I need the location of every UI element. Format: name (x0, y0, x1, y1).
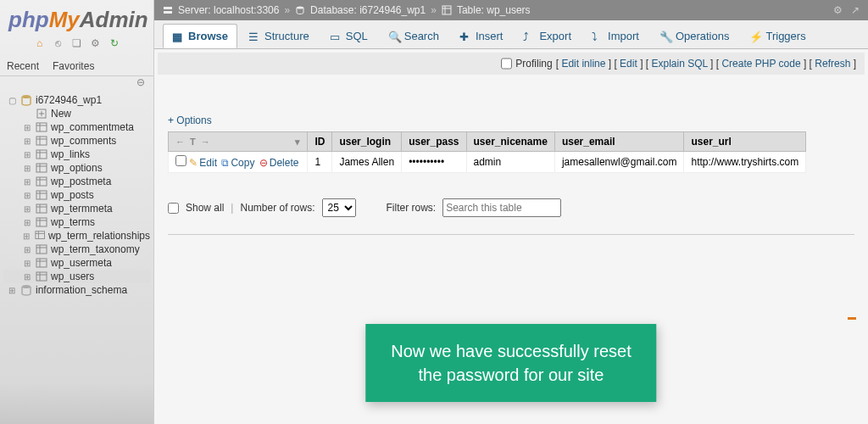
cell-nicename: admin (466, 152, 554, 173)
table-icon (36, 243, 47, 255)
chevron-down-icon[interactable]: ▾ (295, 137, 300, 148)
crumb-table[interactable]: Table: wp_users (457, 4, 531, 16)
row-checkbox[interactable] (175, 155, 186, 166)
tree-info-schema[interactable]: ⊞ information_schema (3, 283, 150, 297)
tab-label: Structure (264, 30, 309, 42)
structure-icon: ☰ (248, 31, 260, 42)
tree-table-wp-commentmeta[interactable]: ⊞wp_commentmeta (3, 120, 150, 134)
show-all-checkbox[interactable] (168, 203, 179, 214)
rows-select[interactable]: 25 (322, 198, 356, 217)
col-email[interactable]: user_email (554, 132, 684, 152)
edit-link[interactable]: Edit (199, 157, 217, 169)
cell-id: 1 (308, 152, 332, 173)
filter-input[interactable] (442, 198, 561, 217)
profiling-link-refresh[interactable]: Refresh (815, 58, 850, 70)
profiling-checkbox[interactable] (501, 58, 512, 70)
profiling-link-explain-sql[interactable]: Explain SQL (651, 58, 707, 70)
options-link[interactable]: + Options (168, 114, 212, 126)
sort-header[interactable]: ← T → ▾ (169, 132, 308, 152)
copy-link[interactable]: Copy (231, 157, 254, 169)
delete-icon: ⊖ (259, 157, 268, 169)
col-login[interactable]: user_login (332, 132, 402, 152)
plus-icon[interactable]: ⊞ (22, 191, 32, 200)
tree-table-wp-term-taxonomy[interactable]: ⊞wp_term_taxonomy (3, 243, 150, 256)
export-icon: ⤴ (523, 31, 535, 42)
tab-structure[interactable]: ☰Structure (239, 24, 319, 48)
plus-icon[interactable]: ⊞ (22, 245, 32, 254)
col-nicename[interactable]: user_nicename (466, 132, 554, 152)
docs-icon[interactable]: ❏ (70, 36, 84, 50)
tree-table-wp-users[interactable]: ⊞wp_users (3, 270, 150, 283)
profiling-link-edit-inline[interactable]: Edit inline (561, 58, 605, 70)
settings-icon[interactable]: ⚙ (89, 36, 103, 50)
tree-table-label: wp_postmeta (51, 176, 111, 187)
search-icon: 🔍 (388, 31, 400, 42)
plus-icon[interactable]: ⊞ (22, 204, 32, 214)
arrow-left-icon[interactable]: ← (175, 137, 185, 147)
profiling-link-create-php-code[interactable]: Create PHP code (721, 58, 800, 70)
tree-table-wp-comments[interactable]: ⊞wp_comments (3, 134, 150, 148)
svg-rect-13 (36, 164, 47, 172)
crumb-database[interactable]: Database: i6724946_wp1 (310, 4, 426, 16)
sidebar-tab-recent[interactable]: Recent (0, 57, 46, 75)
expand-icon[interactable]: ↗ (851, 4, 860, 16)
arrow-right-icon[interactable]: → (201, 137, 210, 147)
col-id[interactable]: ID (308, 132, 332, 152)
logout-icon[interactable]: ⎋ (52, 36, 65, 50)
tab-triggers[interactable]: ⚡Triggers (740, 24, 815, 48)
col-url[interactable]: user_url (684, 132, 806, 152)
tab-insert[interactable]: ✚Insert (450, 24, 513, 48)
sidebar-tab-favorites[interactable]: Favorites (46, 57, 101, 75)
tree-table-wp-posts[interactable]: ⊞wp_posts (3, 188, 150, 202)
plus-icon[interactable]: ⊞ (22, 177, 32, 187)
collapse-icon[interactable]: ⊖ (0, 76, 153, 88)
sort-toggle-icon[interactable]: T (190, 137, 196, 147)
svg-rect-37 (36, 272, 47, 281)
plus-icon[interactable]: ⊞ (22, 218, 32, 227)
plus-icon[interactable]: ⊞ (22, 232, 31, 241)
pager: Show all | Number of rows: 25 Filter row… (168, 198, 854, 217)
tree-table-wp-postmeta[interactable]: ⊞wp_postmeta (3, 175, 150, 188)
plus-icon[interactable]: ⊞ (22, 150, 32, 159)
database-icon (20, 284, 32, 296)
plus-icon[interactable]: ⊞ (22, 164, 32, 173)
filter-label: Filter rows: (387, 202, 437, 214)
tab-browse[interactable]: ▦Browse (163, 24, 237, 48)
plus-icon[interactable]: ⊞ (22, 272, 32, 282)
tab-operations[interactable]: 🔧Operations (650, 24, 739, 48)
tree-table-New[interactable]: New (3, 107, 150, 120)
crumb-server[interactable]: Server: localhost:3306 (178, 4, 279, 16)
plus-icon[interactable]: ⊞ (22, 137, 32, 146)
sidebar: phpMyAdmin ⌂ ⎋ ❏ ⚙ ↻ Recent Favorites ⊖ … (0, 0, 154, 424)
tree-table-label: wp_usermeta (51, 257, 112, 269)
svg-rect-44 (442, 6, 451, 14)
delete-link[interactable]: Delete (270, 157, 299, 169)
home-icon[interactable]: ⌂ (33, 36, 47, 50)
profiling-link-edit[interactable]: Edit (620, 58, 637, 70)
triggers-icon: ⚡ (749, 31, 761, 42)
tree-table-wp-term-relationships[interactable]: ⊞wp_term_relationships (3, 229, 150, 243)
tree-table-wp-links[interactable]: ⊞wp_links (3, 148, 150, 161)
table-header-row: ← T → ▾ ID user_login user_pass user_nic… (169, 132, 806, 152)
tab-search[interactable]: 🔍Search (379, 24, 448, 48)
col-pass[interactable]: user_pass (402, 132, 466, 152)
tree-table-label: wp_options (51, 162, 103, 174)
profiling-links: [ Edit inline ] [ Edit ] [ Explain SQL ]… (556, 58, 856, 70)
svg-point-0 (22, 95, 31, 98)
plus-icon[interactable]: ⊞ (7, 286, 17, 295)
tab-import[interactable]: ⤵Import (582, 24, 648, 48)
tree-db[interactable]: ▢ i6724946_wp1 (3, 93, 150, 107)
server-icon (163, 5, 173, 15)
tree-table-wp-usermeta[interactable]: ⊞wp_usermeta (3, 256, 150, 270)
new-icon (36, 108, 47, 120)
plus-icon[interactable]: ⊞ (22, 259, 32, 268)
plus-icon[interactable]: ⊞ (22, 123, 32, 132)
minus-icon[interactable]: ▢ (7, 96, 17, 105)
tab-sql[interactable]: ▭SQL (320, 24, 377, 48)
gear-icon[interactable]: ⚙ (833, 4, 843, 16)
reload-icon[interactable]: ↻ (108, 36, 121, 50)
tab-export[interactable]: ⤴Export (514, 24, 581, 48)
tree-table-wp-termmeta[interactable]: ⊞wp_termmeta (3, 202, 150, 215)
tree-table-wp-terms[interactable]: ⊞wp_terms (3, 215, 150, 229)
tree-table-wp-options[interactable]: ⊞wp_options (3, 161, 150, 175)
